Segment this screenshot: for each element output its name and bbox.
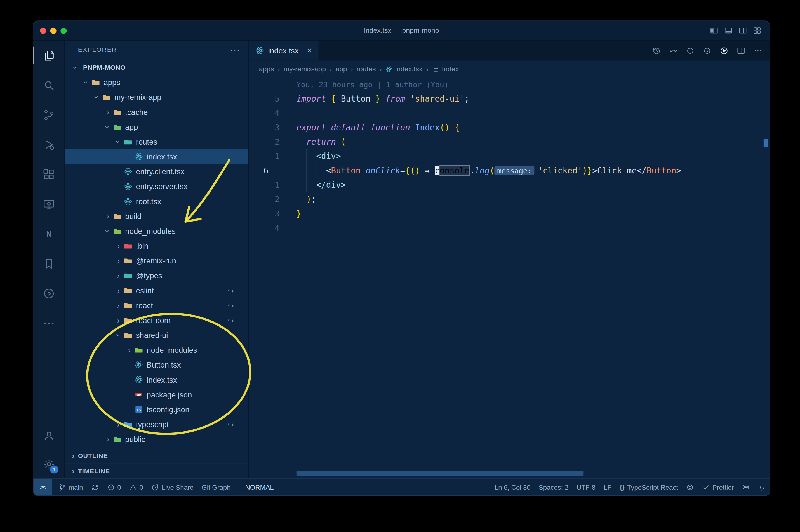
activity-source-control-button[interactable] [33,100,64,130]
tree-item-typescript[interactable]: ›typescript↪ [64,417,248,432]
layout-grid-icon[interactable] [753,26,761,35]
horizontal-scrollbar[interactable] [297,471,584,476]
status-remote[interactable]: >< [33,479,52,495]
tree-item-label: public [125,435,145,443]
tree-item--remix-run[interactable]: ›@remix-run [64,253,248,268]
chevron-right-icon: › [69,452,78,459]
breadcrumb-routes[interactable]: routes [357,65,376,73]
status-utf-8[interactable]: UTF-8 [573,479,600,495]
section-outline[interactable]: ›OUTLINE [64,448,248,463]
activity-search-button[interactable] [33,70,64,100]
tab-index-tsx[interactable]: index.tsx × [249,41,319,60]
status-prettier[interactable]: Prettier [698,479,738,495]
layout-split-icon[interactable] [739,26,747,35]
breadcrumb-apps[interactable]: apps [259,65,274,73]
status-spaces-2[interactable]: Spaces: 2 [535,479,572,495]
layout-sidebar-icon[interactable] [710,26,718,35]
tree-item-entry-client-tsx[interactable]: entry.client.tsx [64,164,248,179]
activity-live-preview-button[interactable] [33,189,64,219]
tree-item-react-dom[interactable]: ›react-dom↪ [64,313,248,327]
activity-nx-console-button[interactable]: N [33,219,64,249]
status-bell[interactable] [754,479,770,495]
tree-item-label: .cache [125,108,148,116]
circle-icon[interactable] [686,46,695,55]
breadcrumb-index[interactable]: Index [432,65,459,73]
tree-item-index-tsx[interactable]: index.tsx [64,372,248,387]
tree-item-index-tsx[interactable]: index.tsx [64,149,248,164]
tree-item--bin[interactable]: ›.bin [64,238,248,253]
tree-item-public[interactable]: ›public [64,432,248,447]
status-main[interactable]: main [54,479,87,495]
status-0[interactable]: 0 [103,479,125,495]
breadcrumb-separator: › [426,65,428,73]
tree-item-app[interactable]: ›app [64,119,248,134]
layout-panel-icon[interactable] [724,26,733,35]
activity-accounts-button[interactable] [33,421,64,450]
code-editor[interactable]: You, 23 hours ago | 1 author (You) 5impo… [249,77,770,479]
tree-item--cache[interactable]: ›.cache [64,104,248,119]
tree-item--types[interactable]: ›@types [64,268,248,283]
tree-item-my-remix-app[interactable]: ›my-remix-app [64,90,248,104]
more-actions-icon[interactable] [753,46,763,55]
tree-item-react[interactable]: ›react↪ [64,298,248,313]
activity-settings-button[interactable]: 1 [33,450,64,479]
activity-code-runner-button[interactable] [33,278,64,308]
history-icon[interactable] [652,46,661,55]
tab-label: index.tsx [268,46,299,55]
react-icon [255,46,264,55]
activity-run-debug-button[interactable] [33,130,64,159]
status-0[interactable]: 0 [125,479,147,495]
status-lf[interactable]: LF [600,479,616,495]
activity-explorer-button[interactable] [33,41,64,70]
tree-item-entry-server-tsx[interactable]: entry.server.tsx [64,179,248,194]
breadcrumb-separator: › [278,65,280,73]
status-sync[interactable] [87,479,103,495]
status-git-graph[interactable]: Git Graph [198,479,235,495]
circle-arrow-icon[interactable] [703,46,712,55]
tree-item-build[interactable]: ›build [64,209,248,224]
tree-item-root-tsx[interactable]: root.tsx [64,194,248,209]
code-token: { [455,122,460,132]
tree-item-node-modules[interactable]: ›node_modules [64,343,248,358]
status-ln-6-col-30[interactable]: Ln 6, Col 30 [490,479,535,495]
breadcrumb-app[interactable]: app [336,65,347,73]
status-typescript-react[interactable]: {}TypeScript React [616,479,682,495]
tree-item-shared-ui[interactable]: ›shared-ui [64,327,248,342]
tree-item-pnpm-mono[interactable]: ›PNPM-MONO [64,60,248,75]
close-tab-button[interactable]: × [307,46,312,55]
smiley-icon [686,483,694,491]
svg-text:TS: TS [136,408,141,412]
close-window-button[interactable] [40,27,46,34]
tree-item-apps[interactable]: ›apps [64,75,248,90]
breadcrumb-my-remix-app[interactable]: my-remix-app [284,65,326,73]
split-editor-icon[interactable] [737,46,746,55]
editor-actions [652,41,763,60]
code-token: <div> [316,151,341,161]
tree-item-eslint[interactable]: ›eslint↪ [64,283,248,298]
status-label: Live Share [162,483,194,491]
status-cast[interactable] [738,479,754,495]
run-circle-icon[interactable] [720,46,729,55]
explorer-more-actions-button[interactable]: ··· [230,45,240,54]
tree-item-node-modules[interactable]: ›node_modules [64,224,248,238]
breadcrumb-index-tsx[interactable]: index.tsx [385,65,423,73]
tree-item-button-tsx[interactable]: Button.tsx [64,358,248,372]
activity-bookmarks-button[interactable] [33,249,64,278]
compare-icon[interactable] [669,46,678,55]
section-timeline[interactable]: ›TIMELINE [64,463,248,478]
tree-item-routes[interactable]: ›routes [64,134,248,149]
zoom-window-button[interactable] [60,27,66,34]
folder-green2-icon [134,346,144,355]
tree-item-package-json[interactable]: npmpackage.json [64,387,248,402]
code-token: </div> [316,180,346,190]
breadcrumb-label: index.tsx [395,65,423,73]
line-content: <Button onClick={() ⇒ console.log(messag… [280,164,681,178]
tree-item-tsconfig-json[interactable]: TStsconfig.json [64,402,248,417]
minimize-window-button[interactable] [50,27,57,34]
code-token [297,166,326,175]
status-normal[interactable]: -- NORMAL -- [235,479,284,495]
status-smiley[interactable] [682,479,698,495]
activity-more-views-button[interactable] [33,308,64,338]
activity-extensions-button[interactable] [33,159,64,189]
status-live-share[interactable]: Live Share [147,479,198,495]
